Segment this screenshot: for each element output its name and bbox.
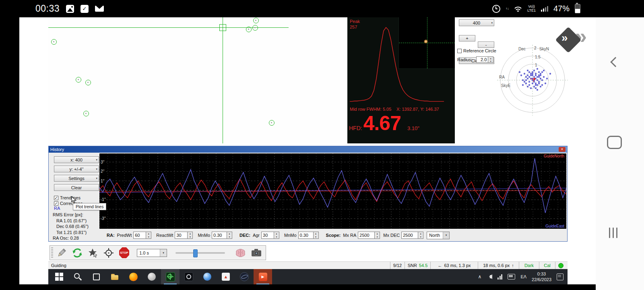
status-ra-pulse: ←63 ms, 1.3 px — [430, 262, 478, 269]
north-combo[interactable]: North▾ — [427, 232, 450, 239]
reactwt-label: ReactWt — [156, 233, 173, 238]
dec-mnmo-label: MnMo — [284, 233, 297, 238]
hfd-readout: HFD: 4.67 3.10" — [349, 113, 419, 133]
gallery-notification-icon — [66, 5, 74, 13]
remote-desktop: Peak 257 Mid row FWHM: 5.05 X: 1392.87, … — [19, 17, 596, 284]
taskbar-white-app-icon[interactable] — [217, 269, 235, 284]
loop-icon — [72, 248, 83, 258]
trendlines-checkbox[interactable]: ✓ Trendlines — [54, 195, 80, 200]
star-profile-panel: Peak 257 Mid row FWHM: 5.05 X: 1392.87, … — [347, 17, 455, 143]
taskbar-gray-app-icon[interactable] — [142, 269, 161, 284]
close-icon[interactable]: × — [559, 147, 566, 152]
spin-down-icon: ▼ — [375, 235, 380, 238]
taskbar-clock[interactable]: 0:33 22/6/2023 — [532, 271, 551, 283]
dec-agr-spinner[interactable]: 30▲▼ — [261, 232, 279, 239]
star-marker — [83, 111, 89, 116]
alarm-icon — [492, 5, 500, 13]
pencil-icon — [56, 248, 67, 258]
taskbar-search-button[interactable] — [68, 269, 87, 284]
taskbar-blue-app-icon[interactable] — [198, 269, 217, 284]
history-title-bar[interactable]: History × — [49, 146, 567, 153]
guide-camera-view[interactable] — [48, 17, 347, 143]
stop-button[interactable]: STOP — [119, 247, 129, 258]
target-zoom-in-button[interactable]: + — [459, 35, 475, 41]
loop-exposures-button[interactable] — [72, 247, 83, 258]
language-indicator[interactable]: ΕΛ — [520, 274, 526, 279]
taskbar-phd2-icon[interactable] — [161, 269, 180, 284]
spin-up-icon: ▲ — [227, 232, 232, 235]
taskbar-red-app-icon[interactable] — [254, 269, 272, 284]
settings-dropdown[interactable]: Settings▾ — [54, 175, 99, 182]
checklist-notification-icon: ✓ — [80, 5, 89, 13]
taskbar-gray-app-icon — [148, 273, 156, 281]
crosshair-vertical-line — [223, 17, 223, 143]
phone-screen: 00:33 ✓ ↑↓ Vo))LTE1 47% — [0, 0, 644, 290]
dec-mnmo-spinner[interactable]: 0.30▲▼ — [298, 232, 319, 239]
ra-mnmo-spinner[interactable]: 0.30▲▼ — [212, 232, 232, 239]
star-marker — [76, 77, 81, 83]
speaker-icon[interactable] — [487, 274, 492, 279]
toolbar-drag-handle[interactable] — [51, 247, 53, 258]
advanced-settings-button[interactable] — [235, 247, 246, 258]
guide-north-label: GuideNorth — [544, 154, 564, 158]
back-button[interactable] — [610, 57, 620, 67]
recents-button[interactable] — [609, 228, 617, 238]
auto-select-star-button[interactable] — [88, 247, 98, 258]
guide-star-image — [424, 39, 428, 44]
mxra-spinner[interactable]: 2500▲▼ — [358, 232, 380, 239]
action-center-icon[interactable] — [557, 273, 564, 280]
taskbar-planetarium-app-icon[interactable] — [235, 269, 254, 284]
spin-up-icon: ▲ — [488, 57, 493, 60]
battery-percent: 47% — [553, 4, 570, 13]
radius-spinner[interactable]: 2.0 ▲▼ — [476, 56, 493, 63]
spin-up-icon: ▲ — [188, 232, 192, 235]
guide-status-dot — [558, 263, 564, 268]
taskbar-blue-app-icon — [203, 273, 211, 281]
predwt-spinner[interactable]: 60▲▼ — [133, 232, 151, 239]
taskbar-planetarium-app-icon — [240, 272, 249, 281]
camera-properties-button[interactable] — [251, 247, 262, 258]
exposure-select[interactable]: 1.0 s ▾ — [137, 249, 167, 257]
target-zoom-out-button[interactable]: - — [478, 41, 494, 48]
target-points-dropdown[interactable]: 400▾ — [459, 19, 494, 26]
arrow-icon: ← — [438, 263, 442, 268]
reactwt-spinner[interactable]: 30▲▼ — [175, 232, 193, 239]
spin-down-icon: ▼ — [418, 235, 423, 238]
slider-thumb[interactable] — [193, 249, 198, 257]
guide-history-graph: 3''2''1''-1''-3'' GuideNorth GuideEast — [99, 153, 566, 229]
remote-app-floating-button[interactable]: » » — [556, 27, 593, 56]
mxra-label: Mx RA — [343, 233, 356, 238]
taskbar-firefox-icon[interactable] — [124, 269, 142, 284]
ra-section-label: RA: — [107, 233, 115, 238]
screen-stretch-slider[interactable] — [175, 252, 225, 254]
y-scale-dropdown[interactable]: y: +/-4''▾ — [54, 166, 99, 172]
data-arrows-icon: ↑↓ — [506, 7, 509, 10]
spin-up-icon: ▲ — [418, 232, 423, 235]
dec-section-label: DEC: — [239, 233, 250, 238]
home-button[interactable] — [607, 136, 622, 149]
star-marker — [269, 120, 275, 126]
taskbar-white-app-icon — [222, 273, 230, 281]
star-marker — [85, 80, 91, 85]
stop-icon: STOP — [120, 251, 128, 254]
taskbar-start-button[interactable] — [50, 269, 68, 284]
status-dec-pulse: 18 ms, 0.6 px↑ — [478, 262, 519, 269]
x-scale-dropdown[interactable]: x: 400▾ — [54, 156, 99, 163]
taskbar-capture-app-icon[interactable] — [180, 269, 198, 284]
taskbar-search-icon — [73, 272, 82, 281]
graph-clear-button[interactable]: Clear — [54, 184, 99, 191]
fwhm-readout: Mid row FWHM: 5.05 — [350, 107, 391, 112]
connect-equipment-button[interactable] — [56, 247, 67, 258]
network-icon[interactable] — [497, 274, 502, 280]
reference-circle-checkbox[interactable]: Reference Circle — [457, 48, 496, 53]
touch-keyboard-icon[interactable] — [508, 274, 515, 280]
history-window: History × x: 400▾y: +/-4''▾Settings▾Clea… — [48, 146, 568, 242]
android-nav-bar — [596, 17, 644, 290]
guide-button[interactable] — [103, 247, 114, 258]
brain-icon — [235, 248, 246, 258]
tray-expand-icon[interactable]: ∧ — [478, 274, 482, 280]
chevron-down-icon: ▾ — [96, 168, 97, 171]
mxdec-spinner[interactable]: 2500▲▼ — [401, 232, 423, 239]
taskbar-task-view-button[interactable] — [87, 269, 105, 284]
taskbar-file-explorer-icon[interactable] — [105, 269, 124, 284]
